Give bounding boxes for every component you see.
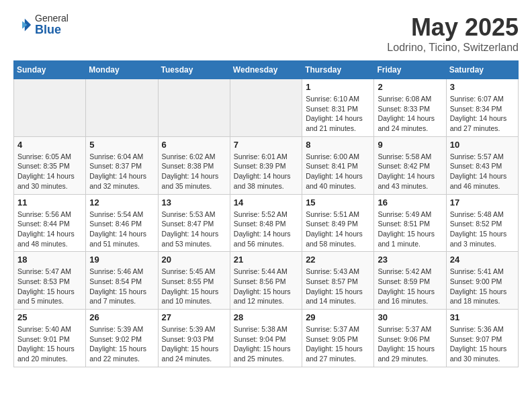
page-header: General Blue May 2025 Lodrino, Ticino, S…	[13, 13, 519, 54]
calendar-cell: 25Sunrise: 5:40 AMSunset: 9:01 PMDayligh…	[14, 310, 86, 367]
day-header-tuesday: Tuesday	[158, 61, 230, 79]
day-number: 13	[162, 197, 226, 208]
day-info: Sunrise: 5:53 AMSunset: 8:47 PMDaylight:…	[162, 210, 226, 249]
logo: General Blue	[13, 13, 69, 37]
day-number: 19	[89, 255, 154, 265]
day-info: Sunrise: 6:00 AMSunset: 8:41 PMDaylight:…	[306, 152, 370, 191]
day-info: Sunrise: 5:37 AMSunset: 9:06 PMDaylight:…	[378, 324, 442, 364]
day-number: 17	[450, 197, 515, 208]
calendar-cell: 15Sunrise: 5:51 AMSunset: 8:49 PMDayligh…	[302, 194, 374, 252]
day-number: 29	[306, 312, 370, 322]
day-number: 18	[17, 255, 82, 265]
day-header-wednesday: Wednesday	[230, 61, 302, 79]
day-info: Sunrise: 5:54 AMSunset: 8:46 PMDaylight:…	[89, 210, 154, 249]
day-info: Sunrise: 6:04 AMSunset: 8:37 PMDaylight:…	[89, 152, 154, 191]
day-info: Sunrise: 5:43 AMSunset: 8:57 PMDaylight:…	[306, 267, 370, 306]
calendar-cell: 1Sunrise: 6:10 AMSunset: 8:31 PMDaylight…	[302, 79, 374, 137]
calendar-cell: 28Sunrise: 5:38 AMSunset: 9:04 PMDayligh…	[230, 310, 302, 367]
day-info: Sunrise: 5:46 AMSunset: 8:54 PMDaylight:…	[89, 267, 154, 306]
day-info: Sunrise: 5:58 AMSunset: 8:42 PMDaylight:…	[378, 152, 442, 191]
day-number: 3	[450, 82, 515, 92]
logo-icon	[13, 16, 32, 35]
calendar-cell	[230, 79, 302, 137]
calendar-cell: 4Sunrise: 6:05 AMSunset: 8:35 PMDaylight…	[14, 136, 86, 194]
day-number: 26	[89, 312, 154, 322]
calendar-cell: 6Sunrise: 6:02 AMSunset: 8:38 PMDaylight…	[158, 136, 230, 194]
day-header-saturday: Saturday	[446, 61, 518, 79]
day-info: Sunrise: 5:49 AMSunset: 8:51 PMDaylight:…	[378, 210, 442, 249]
day-number: 9	[378, 140, 442, 150]
day-info: Sunrise: 6:01 AMSunset: 8:39 PMDaylight:…	[234, 152, 298, 191]
day-info: Sunrise: 5:44 AMSunset: 8:56 PMDaylight:…	[234, 267, 298, 306]
calendar-week-row: 1Sunrise: 6:10 AMSunset: 8:31 PMDaylight…	[14, 79, 519, 137]
day-number: 15	[306, 197, 370, 208]
day-number: 21	[234, 255, 298, 265]
day-number: 31	[450, 312, 515, 322]
day-info: Sunrise: 6:05 AMSunset: 8:35 PMDaylight:…	[17, 152, 82, 191]
title-block: May 2025 Lodrino, Ticino, Switzerland	[387, 13, 519, 54]
calendar-cell: 11Sunrise: 5:56 AMSunset: 8:44 PMDayligh…	[14, 194, 86, 252]
calendar-cell: 23Sunrise: 5:42 AMSunset: 8:59 PMDayligh…	[374, 252, 446, 310]
day-info: Sunrise: 5:45 AMSunset: 8:55 PMDaylight:…	[162, 267, 226, 306]
calendar-cell: 22Sunrise: 5:43 AMSunset: 8:57 PMDayligh…	[302, 252, 374, 310]
calendar-cell	[158, 79, 230, 137]
day-info: Sunrise: 5:48 AMSunset: 8:52 PMDaylight:…	[450, 210, 515, 249]
day-number: 10	[450, 140, 515, 150]
day-info: Sunrise: 5:52 AMSunset: 8:48 PMDaylight:…	[234, 210, 298, 249]
calendar-cell	[14, 79, 86, 137]
day-number: 27	[162, 312, 226, 322]
day-info: Sunrise: 5:40 AMSunset: 9:01 PMDaylight:…	[17, 324, 82, 364]
calendar-cell: 30Sunrise: 5:37 AMSunset: 9:06 PMDayligh…	[374, 310, 446, 367]
day-number: 4	[17, 140, 82, 150]
day-number: 5	[89, 140, 154, 150]
logo-blue-label: Blue	[35, 24, 69, 37]
day-info: Sunrise: 5:39 AMSunset: 9:02 PMDaylight:…	[89, 324, 154, 364]
calendar-cell: 20Sunrise: 5:45 AMSunset: 8:55 PMDayligh…	[158, 252, 230, 310]
calendar-cell: 31Sunrise: 5:36 AMSunset: 9:07 PMDayligh…	[446, 310, 518, 367]
day-info: Sunrise: 5:47 AMSunset: 8:53 PMDaylight:…	[17, 267, 82, 306]
day-info: Sunrise: 5:42 AMSunset: 8:59 PMDaylight:…	[378, 267, 442, 306]
calendar-cell: 9Sunrise: 5:58 AMSunset: 8:42 PMDaylight…	[374, 136, 446, 194]
calendar-cell: 27Sunrise: 5:39 AMSunset: 9:03 PMDayligh…	[158, 310, 230, 367]
calendar-cell: 13Sunrise: 5:53 AMSunset: 8:47 PMDayligh…	[158, 194, 230, 252]
calendar-cell: 24Sunrise: 5:41 AMSunset: 9:00 PMDayligh…	[446, 252, 518, 310]
day-number: 8	[306, 140, 370, 150]
calendar-table: SundayMondayTuesdayWednesdayThursdayFrid…	[13, 60, 519, 367]
day-info: Sunrise: 6:02 AMSunset: 8:38 PMDaylight:…	[162, 152, 226, 191]
calendar-cell: 12Sunrise: 5:54 AMSunset: 8:46 PMDayligh…	[86, 194, 158, 252]
day-info: Sunrise: 5:41 AMSunset: 9:00 PMDaylight:…	[450, 267, 515, 306]
day-number: 28	[234, 312, 298, 322]
calendar-cell: 29Sunrise: 5:37 AMSunset: 9:05 PMDayligh…	[302, 310, 374, 367]
day-info: Sunrise: 5:39 AMSunset: 9:03 PMDaylight:…	[162, 324, 226, 364]
logo-general-label: General	[35, 13, 69, 24]
calendar-cell	[86, 79, 158, 137]
day-number: 30	[378, 312, 442, 322]
main-title: May 2025	[387, 13, 519, 42]
day-number: 14	[234, 197, 298, 208]
calendar-cell: 5Sunrise: 6:04 AMSunset: 8:37 PMDaylight…	[86, 136, 158, 194]
calendar-cell: 26Sunrise: 5:39 AMSunset: 9:02 PMDayligh…	[86, 310, 158, 367]
day-info: Sunrise: 6:10 AMSunset: 8:31 PMDaylight:…	[306, 94, 370, 134]
calendar-cell: 16Sunrise: 5:49 AMSunset: 8:51 PMDayligh…	[374, 194, 446, 252]
calendar-week-row: 4Sunrise: 6:05 AMSunset: 8:35 PMDaylight…	[14, 136, 519, 194]
day-number: 1	[306, 82, 370, 92]
day-number: 24	[450, 255, 515, 265]
calendar-cell: 3Sunrise: 6:07 AMSunset: 8:34 PMDaylight…	[446, 79, 518, 137]
day-number: 20	[162, 255, 226, 265]
day-number: 7	[234, 140, 298, 150]
day-header-sunday: Sunday	[14, 61, 86, 79]
subtitle: Lodrino, Ticino, Switzerland	[387, 42, 519, 54]
calendar-week-row: 25Sunrise: 5:40 AMSunset: 9:01 PMDayligh…	[14, 310, 519, 367]
day-number: 12	[89, 197, 154, 208]
day-info: Sunrise: 6:07 AMSunset: 8:34 PMDaylight:…	[450, 94, 515, 134]
calendar-header-row: SundayMondayTuesdayWednesdayThursdayFrid…	[14, 61, 519, 79]
calendar-cell: 14Sunrise: 5:52 AMSunset: 8:48 PMDayligh…	[230, 194, 302, 252]
day-header-monday: Monday	[86, 61, 158, 79]
day-info: Sunrise: 5:36 AMSunset: 9:07 PMDaylight:…	[450, 324, 515, 364]
calendar-cell: 8Sunrise: 6:00 AMSunset: 8:41 PMDaylight…	[302, 136, 374, 194]
day-info: Sunrise: 5:37 AMSunset: 9:05 PMDaylight:…	[306, 324, 370, 364]
calendar-cell: 10Sunrise: 5:57 AMSunset: 8:43 PMDayligh…	[446, 136, 518, 194]
day-info: Sunrise: 6:08 AMSunset: 8:33 PMDaylight:…	[378, 94, 442, 134]
day-header-thursday: Thursday	[302, 61, 374, 79]
calendar-week-row: 11Sunrise: 5:56 AMSunset: 8:44 PMDayligh…	[14, 194, 519, 252]
